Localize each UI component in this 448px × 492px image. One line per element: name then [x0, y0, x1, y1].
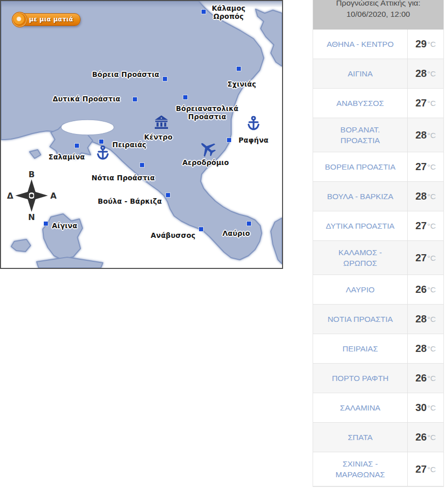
- anchor-icon-piraeus: [96, 146, 110, 163]
- forecast-location-link[interactable]: ΒΟΡΕΙΑ ΠΡΟΑΣΤΙΑ: [313, 152, 407, 181]
- temperature-unit: °C: [427, 374, 436, 382]
- map-label[interactable]: Βούλα - Βάρκιζα: [98, 197, 162, 205]
- forecast-location-link[interactable]: ΒΟΥΛΑ - ΒΑΡΚΙΖΑ: [313, 182, 407, 211]
- map-label[interactable]: Βόρεια Προάστια: [92, 70, 159, 78]
- forecast-datetime: 10/06/2020, 12:00: [313, 9, 443, 20]
- temperature-value: 27: [415, 161, 427, 173]
- temple-icon: [154, 116, 169, 131]
- forecast-temperature: 26°C: [407, 364, 443, 393]
- temperature-unit: °C: [427, 192, 436, 201]
- map-label[interactable]: Δυτικά Προάστια: [52, 95, 120, 103]
- forecast-location-link[interactable]: ΑΘΗΝΑ - ΚΕΝΤΡΟ: [313, 30, 407, 59]
- map-label[interactable]: Λαύριο: [222, 229, 250, 237]
- temperature-value: 26: [415, 372, 427, 384]
- forecast-location-link[interactable]: ΣΧΙΝΙΑΣ - ΜΑΡΑΘΩΝΑΣ: [313, 452, 407, 486]
- temperature-unit: °C: [427, 162, 436, 171]
- map-marker[interactable]: [202, 10, 206, 14]
- temperature-unit: °C: [427, 40, 436, 48]
- temperature-value: 27: [415, 97, 427, 109]
- map-marker[interactable]: [227, 138, 231, 142]
- forecast-location-link[interactable]: ΣΑΛΑΜΙΝΑ: [313, 393, 407, 422]
- attica-map: με μια ματιά Β Ν Δ Α Κάλαμος ΩροπόςΒόρει…: [0, 0, 283, 269]
- temperature-value: 28: [415, 343, 427, 354]
- map-marker[interactable]: [133, 97, 137, 101]
- forecast-temperature: 26°C: [407, 275, 443, 304]
- temperature-unit: °C: [427, 99, 436, 107]
- map-label[interactable]: Σχινιάς: [228, 80, 256, 88]
- forecast-temperature: 29°C: [407, 30, 443, 59]
- anchor-icon-rafina: [247, 116, 261, 134]
- map-marker[interactable]: [237, 67, 241, 71]
- map-label[interactable]: Ανάβυσσος: [151, 231, 195, 239]
- temperature-unit: °C: [427, 465, 436, 474]
- forecast-header: Προγνώσεις Αττικής για: 10/06/2020, 12:0…: [313, 0, 443, 30]
- forecast-row: ΠΕΙΡΑΙΑΣ 28°C: [313, 334, 443, 364]
- temperature-unit: °C: [427, 433, 436, 442]
- at-a-glance-button[interactable]: με μια ματιά: [16, 13, 80, 26]
- forecast-temperature: 28°C: [407, 305, 443, 334]
- forecast-location-link[interactable]: ΝΟΤΙΑ ΠΡΟΑΣΤΙΑ: [313, 305, 407, 334]
- map-label[interactable]: Νότια Προάστια: [92, 174, 155, 182]
- forecast-row: ΒΟΡ.ΑΝΑΤ. ΠΡΟΑΣΤΙΑ 28°C: [313, 118, 443, 152]
- forecast-location-link[interactable]: ΑΝΑΒΥΣΣΟΣ: [313, 89, 407, 118]
- forecast-temperature: 27°C: [407, 152, 443, 181]
- map-marker[interactable]: [44, 222, 48, 226]
- airplane-icon: [199, 140, 216, 158]
- compass-south-label: Ν: [28, 212, 35, 222]
- forecast-temperature: 27°C: [407, 211, 443, 240]
- forecast-title: Προγνώσεις Αττικής για:: [313, 0, 443, 9]
- coastline-graphic: [1, 1, 282, 268]
- map-marker[interactable]: [99, 140, 103, 144]
- forecast-row: ΒΟΡΕΙΑ ΠΡΟΑΣΤΙΑ 27°C: [313, 152, 443, 182]
- forecast-location-link[interactable]: ΠΕΙΡΑΙΑΣ: [313, 334, 407, 363]
- forecast-temperature: 30°C: [407, 393, 443, 422]
- forecast-temperature: 28°C: [407, 118, 443, 152]
- forecast-row: ΣΑΛΑΜΙΝΑ 30°C: [313, 393, 443, 423]
- forecast-location-link[interactable]: ΛΑΥΡΙΟ: [313, 275, 407, 304]
- map-label[interactable]: Αίγινα: [52, 222, 77, 230]
- at-a-glance-label: με μια ματιά: [29, 16, 73, 23]
- temperature-value: 26: [415, 284, 427, 295]
- forecast-row: ΒΟΥΛΑ - ΒΑΡΚΙΖΑ 28°C: [313, 182, 443, 211]
- forecast-row: ΠΟΡΤΟ ΡΑΦΤΗ 26°C: [313, 364, 443, 393]
- temperature-unit: °C: [427, 344, 436, 353]
- map-label[interactable]: Σαλαμίνα: [48, 153, 85, 161]
- forecast-row: ΝΟΤΙΑ ΠΡΟΑΣΤΙΑ 28°C: [313, 305, 443, 334]
- forecast-row: ΚΑΛΑΜΟΣ - ΩΡΩΠΟΣ 27°C: [313, 241, 443, 275]
- forecast-location-link[interactable]: ΑΙΓΙΝΑ: [313, 59, 407, 88]
- forecast-location-link[interactable]: ΚΑΛΑΜΟΣ - ΩΡΩΠΟΣ: [313, 241, 407, 275]
- forecast-row: ΔΥΤΙΚΑ ΠΡΟΑΣΤΙΑ 27°C: [313, 211, 443, 241]
- temperature-unit: °C: [427, 254, 436, 262]
- temperature-unit: °C: [427, 222, 436, 230]
- compass-rose: Β Ν Δ Α: [7, 169, 56, 221]
- map-label[interactable]: Ραφήνα: [238, 136, 268, 144]
- map-label[interactable]: Αεροδρόμιο: [182, 158, 229, 167]
- forecast-temperature: 28°C: [407, 59, 443, 88]
- map-label[interactable]: Κέντρο: [144, 133, 173, 141]
- compass-east-label: Α: [50, 191, 57, 201]
- compass-orb-icon: [12, 12, 27, 28]
- map-marker[interactable]: [140, 163, 144, 167]
- forecast-location-link[interactable]: ΠΟΡΤΟ ΡΑΦΤΗ: [313, 364, 407, 393]
- map-label[interactable]: Βόρειανατολικά Προάστια: [176, 104, 238, 121]
- forecast-row: ΣΧΙΝΙΑΣ - ΜΑΡΑΘΩΝΑΣ 27°C: [313, 452, 443, 486]
- forecast-rows: ΑΘΗΝΑ - ΚΕΝΤΡΟ 29°C ΑΙΓΙΝΑ 28°C ΑΝΑΒΥΣΣΟ…: [313, 30, 443, 486]
- weather-page: με μια ματιά Β Ν Δ Α Κάλαμος ΩροπόςΒόρει…: [0, 0, 448, 492]
- map-marker[interactable]: [163, 77, 167, 81]
- forecast-row: ΣΠΑΤΑ 26°C: [313, 423, 443, 452]
- forecast-table: Προγνώσεις Αττικής για: 10/06/2020, 12:0…: [313, 0, 444, 487]
- map-marker[interactable]: [183, 95, 187, 99]
- forecast-temperature: 27°C: [407, 241, 443, 275]
- map-marker[interactable]: [166, 193, 170, 197]
- temperature-unit: °C: [427, 69, 436, 78]
- forecast-row: ΑΝΑΒΥΣΣΟΣ 27°C: [313, 89, 443, 118]
- forecast-location-link[interactable]: ΒΟΡ.ΑΝΑΤ. ΠΡΟΑΣΤΙΑ: [313, 118, 407, 152]
- map-label[interactable]: Πειραιάς: [112, 141, 146, 149]
- map-label[interactable]: Κάλαμος Ωροπός: [212, 4, 245, 20]
- map-marker[interactable]: [247, 222, 251, 226]
- forecast-location-link[interactable]: ΣΠΑΤΑ: [313, 423, 407, 452]
- forecast-location-link[interactable]: ΔΥΤΙΚΑ ΠΡΟΑΣΤΙΑ: [313, 211, 407, 240]
- map-marker[interactable]: [199, 227, 203, 231]
- temperature-value: 28: [415, 68, 427, 79]
- map-marker[interactable]: [75, 144, 79, 148]
